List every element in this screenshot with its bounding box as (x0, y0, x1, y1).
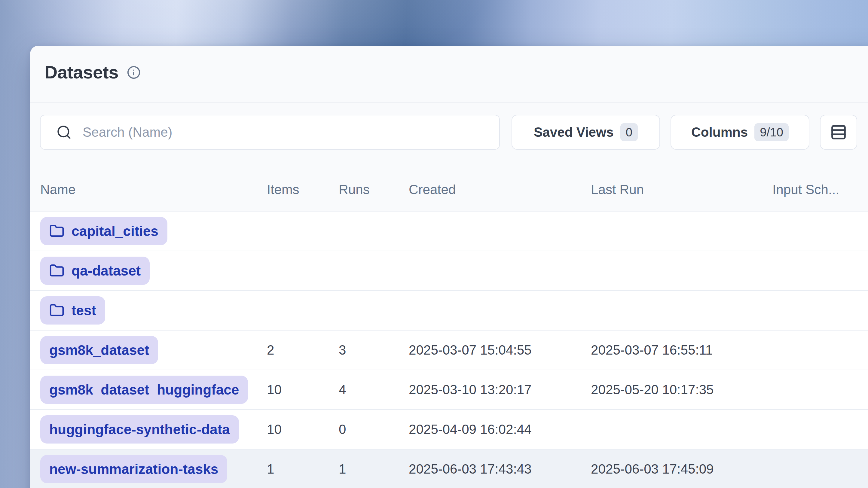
created-cell: 2025-06-03 17:43:43 (409, 461, 591, 477)
dataset-name-label: gsm8k_dataset (49, 342, 149, 358)
column-header-runs: Runs (339, 182, 409, 197)
columns-button[interactable]: Columns 9/10 (671, 115, 809, 150)
created-cell: 2025-03-10 13:20:17 (409, 382, 591, 397)
column-header-last-run: Last Run (591, 182, 772, 197)
search-input[interactable] (83, 125, 487, 140)
table-row[interactable]: new-summarization-tasks 1 1 2025-06-03 1… (30, 449, 868, 488)
table-row[interactable]: gsm8k_dataset 2 3 2025-03-07 15:04:55 20… (30, 330, 868, 369)
name-cell: gsm8k_dataset_huggingface (40, 376, 267, 404)
columns-label: Columns (691, 125, 748, 140)
table-row[interactable]: gsm8k_dataset_huggingface 10 4 2025-03-1… (30, 369, 868, 409)
runs-cell: 4 (339, 382, 409, 397)
last-run-cell: 2025-05-20 10:17:35 (591, 382, 772, 397)
runs-cell: 1 (339, 461, 409, 477)
dataset-name-label: new-summarization-tasks (49, 461, 218, 477)
table-row[interactable]: qa-dataset (30, 251, 868, 290)
row-height-button[interactable] (820, 115, 857, 150)
created-cell: 2025-03-07 15:04:55 (409, 343, 591, 358)
dataset-name-badge[interactable]: huggingface-synthetic-data (40, 415, 239, 444)
runs-cell: 3 (339, 343, 409, 358)
items-cell: 10 (267, 382, 339, 397)
table-row[interactable]: test (30, 290, 868, 330)
runs-cell: 0 (339, 422, 409, 437)
dataset-name-badge[interactable]: new-summarization-tasks (40, 455, 227, 483)
info-icon[interactable] (127, 66, 141, 79)
items-cell: 1 (267, 461, 339, 477)
dataset-name-label: qa-dataset (71, 263, 141, 279)
saved-views-button[interactable]: Saved Views 0 (512, 115, 660, 150)
dataset-name-badge[interactable]: gsm8k_dataset (40, 336, 158, 364)
search-icon (56, 124, 72, 140)
name-cell: gsm8k_dataset (40, 336, 267, 364)
dataset-name-label: huggingface-synthetic-data (49, 421, 230, 437)
dataset-name-badge[interactable]: gsm8k_dataset_huggingface (40, 376, 248, 404)
dataset-name-label: capital_cities (71, 223, 158, 239)
search-box[interactable] (40, 115, 500, 150)
folder-icon (49, 263, 64, 278)
column-header-items: Items (267, 182, 339, 197)
saved-views-label: Saved Views (534, 125, 614, 140)
header-divider (30, 102, 868, 103)
datasets-table: Name Items Runs Created Last Run Input S… (30, 168, 868, 488)
table-body: capital_cities qa-dataset (30, 211, 868, 488)
table-row[interactable]: capital_cities (30, 211, 868, 251)
dataset-name-label: gsm8k_dataset_huggingface (49, 382, 239, 398)
columns-count-badge: 9/10 (754, 123, 789, 141)
column-header-created: Created (409, 182, 591, 197)
name-cell: new-summarization-tasks (40, 455, 267, 483)
name-cell: qa-dataset (40, 257, 267, 285)
items-cell: 2 (267, 343, 339, 358)
name-cell: test (40, 296, 267, 325)
name-cell: capital_cities (40, 217, 267, 245)
items-cell: 10 (267, 422, 339, 437)
rows-icon (830, 124, 847, 141)
dataset-name-badge[interactable]: test (40, 296, 105, 325)
column-header-input-schema: Input Sch... (772, 182, 868, 197)
toolbar: Saved Views 0 Columns 9/10 (40, 115, 868, 150)
folder-icon (49, 224, 64, 238)
saved-views-count-badge: 0 (620, 123, 638, 141)
created-cell: 2025-04-09 16:02:44 (409, 422, 591, 437)
name-cell: huggingface-synthetic-data (40, 415, 267, 444)
last-run-cell: 2025-03-07 16:55:11 (591, 343, 772, 358)
last-run-cell: 2025-06-03 17:45:09 (591, 461, 772, 477)
table-header-row: Name Items Runs Created Last Run Input S… (30, 168, 868, 211)
dataset-name-badge[interactable]: capital_cities (40, 217, 167, 245)
page-title: Datasets (44, 63, 118, 82)
folder-icon (49, 303, 64, 318)
dataset-name-badge[interactable]: qa-dataset (40, 257, 150, 285)
dataset-name-label: test (71, 302, 96, 319)
column-header-name: Name (40, 182, 267, 197)
table-row[interactable]: huggingface-synthetic-data 10 0 2025-04-… (30, 409, 868, 449)
datasets-card: Datasets Saved Views 0 Columns 9/10 (30, 46, 868, 488)
card-header: Datasets (44, 63, 141, 82)
